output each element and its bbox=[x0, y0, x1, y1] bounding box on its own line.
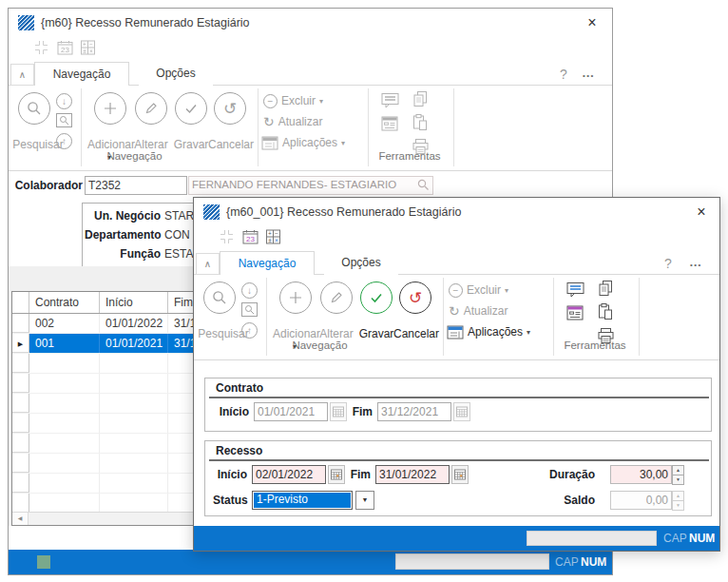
window-title: {m60_001} Recesso Remunerado Estagiário bbox=[226, 198, 461, 226]
svg-text:−: − bbox=[89, 40, 93, 47]
group-label-navegacao: Navegação bbox=[18, 150, 251, 164]
duracao-label: Duração bbox=[528, 468, 595, 481]
edit-icon bbox=[320, 281, 353, 314]
save-check-icon[interactable] bbox=[360, 281, 393, 314]
col-contrato[interactable]: Contrato bbox=[29, 292, 100, 313]
arrow-up-icon: ↑ bbox=[241, 322, 258, 339]
ribbon-collapse-button[interactable]: ∧ bbox=[196, 253, 220, 275]
chevron-down-icon: ▾ bbox=[527, 328, 530, 337]
aplicacoes-button[interactable]: Aplicações ▾ bbox=[447, 323, 530, 340]
departamento-label: Departamento bbox=[85, 228, 161, 242]
cell-inicio[interactable]: 01/01/2022 bbox=[100, 314, 168, 333]
caps-lock-indicator: CAP bbox=[663, 532, 687, 545]
recesso-fim-input[interactable]: 31/01/2022 bbox=[375, 465, 450, 484]
tab-opcoes[interactable]: Opções bbox=[139, 62, 213, 86]
row-selector-header[interactable] bbox=[12, 292, 29, 313]
colaborador-name-input[interactable]: FERNANDO FERNANDES- ESTAGIARIO bbox=[188, 176, 433, 195]
titlebar[interactable]: {m60} Recesso Remunerado Estagiário × bbox=[9, 9, 612, 37]
divider bbox=[453, 88, 454, 166]
col-inicio[interactable]: Início bbox=[100, 292, 168, 313]
fim-label: Fim bbox=[342, 468, 371, 481]
status-select[interactable]: 1-Previsto bbox=[252, 491, 353, 510]
spin-up-icon: ▲ bbox=[672, 491, 684, 501]
chevron-down-icon: ▾ bbox=[341, 139, 345, 147]
tab-navegacao[interactable]: Navegação bbox=[220, 251, 315, 275]
collapse-groups-icon bbox=[218, 228, 235, 244]
ribbon-collapse-button[interactable]: ∧ bbox=[10, 64, 34, 86]
window-m60-001: {m60_001} Recesso Remunerado Estagiário … bbox=[193, 197, 720, 552]
minus-circle-icon: − bbox=[449, 283, 463, 298]
cell-inicio[interactable]: 01/01/2021 bbox=[100, 334, 168, 353]
window-grid-icon bbox=[447, 325, 464, 340]
spin-up-icon: ▲ bbox=[672, 465, 684, 475]
svg-text:23: 23 bbox=[246, 234, 255, 242]
comment-icon[interactable] bbox=[566, 281, 585, 301]
comment-icon bbox=[381, 92, 400, 112]
refresh-icon: ↻ bbox=[449, 303, 460, 319]
search-icon[interactable] bbox=[417, 179, 430, 194]
calendar-icon[interactable]: 23 bbox=[241, 228, 259, 244]
calculator-icon[interactable]: +−±× bbox=[264, 228, 281, 244]
status-input[interactable] bbox=[527, 531, 657, 546]
inicio-label: Início bbox=[215, 405, 249, 418]
close-icon[interactable]: × bbox=[689, 201, 714, 223]
cancelar-button: Cancelar bbox=[206, 138, 256, 151]
duracao-stepper[interactable]: ▲▼ bbox=[672, 465, 684, 484]
status-bar: CAP NUM bbox=[194, 526, 719, 551]
paste-icon bbox=[412, 113, 429, 134]
close-icon[interactable]: × bbox=[580, 11, 604, 34]
chevron-down-icon: ▾ bbox=[319, 97, 323, 106]
fim-label: Fim bbox=[344, 405, 373, 418]
paste-icon[interactable] bbox=[597, 302, 614, 323]
form-list-icon[interactable] bbox=[566, 305, 584, 324]
status-input[interactable] bbox=[395, 553, 549, 570]
caps-lock-indicator: CAP bbox=[555, 555, 579, 569]
ribbon-bottom-border bbox=[194, 359, 719, 360]
collapse-groups-icon bbox=[32, 39, 49, 55]
cell-contrato[interactable]: 001 bbox=[29, 334, 100, 353]
more-options-icon[interactable]: ••• bbox=[583, 71, 595, 80]
group-rule bbox=[209, 459, 709, 461]
recesso-inicio-input[interactable]: 02/01/2022 bbox=[252, 465, 326, 484]
num-lock-indicator: NUM bbox=[581, 555, 606, 569]
undo-icon[interactable]: ↺ bbox=[399, 281, 431, 314]
svg-text:×: × bbox=[89, 47, 93, 53]
calendar-picker-icon[interactable] bbox=[451, 465, 469, 484]
alterar-button: Alterar bbox=[316, 327, 357, 340]
combo-dropdown-icon[interactable]: ▼ bbox=[355, 491, 374, 510]
scroll-left-icon[interactable]: ◀ bbox=[12, 513, 29, 525]
tab-navegacao[interactable]: Navegação bbox=[34, 62, 129, 86]
help-icon[interactable]: ? bbox=[560, 67, 567, 82]
status-label: Status bbox=[213, 494, 247, 507]
divider bbox=[258, 88, 259, 166]
more-options-icon[interactable]: ••• bbox=[690, 261, 702, 269]
num-lock-indicator: NUM bbox=[689, 532, 715, 545]
un-negocio-label: Un. Negócio bbox=[85, 209, 161, 223]
funcao-label: Função bbox=[85, 247, 161, 261]
add-icon bbox=[279, 281, 312, 314]
colaborador-code-input[interactable]: T2352 bbox=[85, 176, 187, 195]
svg-text:23: 23 bbox=[61, 45, 69, 53]
svg-text:−: − bbox=[275, 229, 278, 236]
recesso-title: Recesso bbox=[216, 444, 262, 457]
group-label-ferramentas: Ferramentas bbox=[553, 340, 637, 353]
search-list-icon bbox=[56, 113, 72, 127]
svg-text:+: + bbox=[83, 40, 86, 47]
tab-opcoes[interactable]: Opções bbox=[324, 251, 398, 275]
search-list-icon bbox=[241, 302, 258, 317]
alterar-button: Alterar bbox=[130, 138, 172, 151]
row-selector[interactable] bbox=[12, 314, 29, 333]
add-icon bbox=[94, 92, 126, 125]
save-check-icon bbox=[175, 92, 207, 125]
titlebar[interactable]: {m60_001} Recesso Remunerado Estagiário … bbox=[194, 198, 719, 226]
cancelar-button[interactable]: Cancelar bbox=[392, 327, 441, 340]
group-rule bbox=[209, 397, 709, 398]
help-icon[interactable]: ? bbox=[664, 256, 672, 271]
cell-contrato[interactable]: 002 bbox=[29, 314, 100, 333]
copy-icon[interactable] bbox=[597, 280, 615, 301]
aplicacoes-button: Aplicações ▾ bbox=[261, 134, 345, 151]
window-grid-icon bbox=[261, 136, 278, 150]
row-marker-icon[interactable]: ▶ bbox=[12, 334, 29, 353]
duracao-input[interactable]: 30,00 bbox=[610, 465, 672, 484]
contrato-fim-input: 31/12/2021 bbox=[377, 402, 451, 421]
